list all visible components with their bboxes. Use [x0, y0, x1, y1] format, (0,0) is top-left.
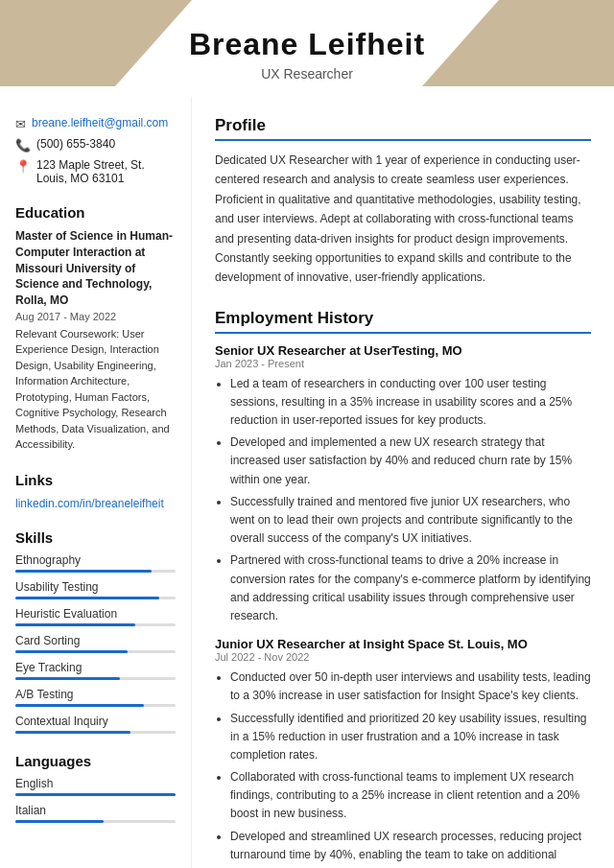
education-title: Education — [15, 204, 176, 221]
language-item: English — [15, 777, 176, 796]
skills-list: Ethnography Usability Testing Heuristic … — [15, 553, 176, 734]
skill-label: Usability Testing — [15, 580, 176, 594]
skill-bar-fill — [15, 731, 130, 734]
language-bar — [15, 820, 176, 823]
education-degree: Master of Science in Human-Computer Inte… — [15, 228, 176, 309]
skill-bar — [15, 623, 176, 626]
skill-label: Ethnography — [15, 553, 176, 567]
job-date: Jan 2023 - Present — [215, 358, 591, 369]
links-title: Links — [15, 472, 176, 488]
skill-bar — [15, 650, 176, 653]
job-entry: Junior UX Researcher at Insight Space St… — [215, 637, 591, 868]
main-layout: ✉ breane.leifheit@gmail.com 📞 (500) 655-… — [0, 97, 614, 868]
job-bullets: Led a team of researchers in conducting … — [215, 375, 591, 625]
location-icon: 📍 — [15, 159, 31, 174]
address-item: 📍 123 Maple Street, St. Louis, MO 63101 — [15, 158, 176, 185]
job-title: Junior UX Researcher at Insight Space St… — [215, 637, 591, 651]
language-item: Italian — [15, 804, 176, 823]
skills-title: Skills — [15, 529, 176, 546]
profile-title: Profile — [215, 116, 591, 141]
coursework-text: User Experience Design, Interaction Desi… — [15, 328, 170, 451]
email-icon: ✉ — [15, 117, 26, 131]
skill-bar-fill — [15, 623, 135, 626]
skill-item: Contextual Inquiry — [15, 715, 176, 734]
email-link[interactable]: breane.leifheit@gmail.com — [32, 116, 168, 129]
job-bullet: Conducted over 50 in-depth user intervie… — [230, 669, 591, 705]
language-bar-fill — [15, 793, 176, 796]
candidate-name: Breane Leifheit — [19, 27, 595, 62]
skill-bar-fill — [15, 597, 159, 599]
job-title: Senior UX Researcher at UserTesting, MO — [215, 343, 591, 358]
languages-section: Languages English Italian — [15, 753, 176, 823]
skill-item: Card Sorting — [15, 634, 176, 653]
skill-label: Eye Tracking — [15, 661, 176, 674]
candidate-title: UX Researcher — [19, 66, 595, 82]
languages-title: Languages — [15, 753, 176, 769]
language-bar-fill — [15, 820, 104, 823]
skill-bar — [15, 677, 176, 680]
skill-item: Ethnography — [15, 553, 176, 573]
phone-icon: 📞 — [15, 138, 31, 152]
skills-section: Skills Ethnography Usability Testing Heu… — [15, 529, 176, 734]
sidebar: ✉ breane.leifheit@gmail.com 📞 (500) 655-… — [0, 97, 192, 868]
skill-item: Eye Tracking — [15, 661, 176, 680]
job-date: Jul 2022 - Nov 2022 — [215, 651, 591, 663]
job-bullet: Developed and implemented a new UX resea… — [230, 434, 591, 489]
email-item: ✉ breane.leifheit@gmail.com — [15, 116, 176, 131]
skill-item: Usability Testing — [15, 580, 176, 599]
skill-label: Contextual Inquiry — [15, 715, 176, 728]
profile-section: Profile Dedicated UX Researcher with 1 y… — [215, 116, 591, 288]
resume-content: Profile Dedicated UX Researcher with 1 y… — [192, 97, 614, 868]
education-date: Aug 2017 - May 2022 — [15, 311, 176, 322]
job-bullet: Successfully trained and mentored five j… — [230, 493, 591, 549]
jobs-list: Senior UX Researcher at UserTesting, MO … — [215, 343, 591, 868]
education-coursework: Relevant Coursework: User Experience Des… — [15, 326, 176, 453]
phone-item: 📞 (500) 655-3840 — [15, 137, 176, 152]
job-bullet: Successfully identified and prioritized … — [230, 710, 591, 765]
job-entry: Senior UX Researcher at UserTesting, MO … — [215, 343, 591, 625]
profile-text: Dedicated UX Researcher with 1 year of e… — [215, 151, 591, 288]
phone-text: (500) 655-3840 — [36, 137, 115, 151]
linkedin-link[interactable]: linkedin.com/in/breaneleifheit — [15, 497, 164, 510]
language-bar — [15, 793, 176, 796]
languages-list: English Italian — [15, 777, 176, 823]
job-bullets: Conducted over 50 in-depth user intervie… — [215, 669, 591, 868]
job-bullet: Collaborated with cross-functional teams… — [230, 768, 591, 824]
job-bullet: Partnered with cross-functional teams to… — [230, 551, 591, 625]
skill-label: Card Sorting — [15, 634, 176, 647]
employment-section: Employment History Senior UX Researcher … — [215, 309, 591, 868]
skill-bar — [15, 704, 176, 707]
skill-bar — [15, 597, 176, 599]
skill-item: A/B Testing — [15, 688, 176, 707]
contact-section: ✉ breane.leifheit@gmail.com 📞 (500) 655-… — [15, 116, 176, 185]
skill-bar — [15, 570, 176, 573]
skill-label: Heuristic Evaluation — [15, 607, 176, 621]
links-section: Links linkedin.com/in/breaneleifheit — [15, 472, 176, 510]
job-bullet: Developed and streamlined UX research pr… — [230, 828, 591, 868]
job-bullet: Led a team of researchers in conducting … — [230, 375, 591, 431]
skill-item: Heuristic Evaluation — [15, 607, 176, 626]
education-section: Education Master of Science in Human-Com… — [15, 204, 176, 453]
coursework-label: Relevant Coursework: — [15, 328, 119, 340]
skill-label: A/B Testing — [15, 688, 176, 701]
language-label: English — [15, 777, 176, 790]
employment-title: Employment History — [215, 309, 591, 334]
skill-bar-fill — [15, 704, 144, 707]
language-label: Italian — [15, 804, 176, 817]
skill-bar-fill — [15, 677, 120, 680]
skill-bar — [15, 731, 176, 734]
skill-bar-fill — [15, 650, 128, 653]
skill-bar-fill — [15, 570, 152, 573]
address-text: 123 Maple Street, St. Louis, MO 63101 — [36, 158, 176, 185]
resume-header: Breane Leifheit UX Researcher — [0, 0, 614, 97]
